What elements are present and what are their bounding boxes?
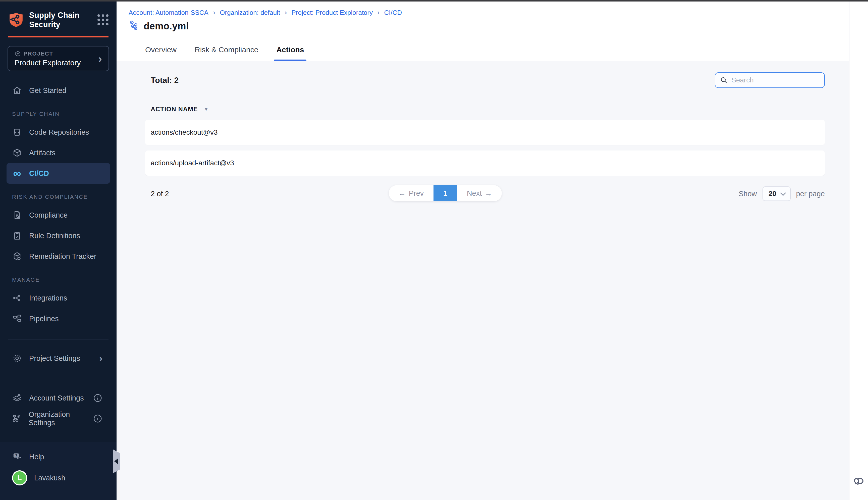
- sidebar-item-get-started[interactable]: Get Started: [7, 80, 110, 101]
- sidebar-item-pipelines[interactable]: Pipelines: [7, 308, 110, 329]
- breadcrumb-separator-icon: ›: [377, 9, 380, 16]
- main-area: Account: Automation-SSCA › Organization:…: [117, 1, 849, 500]
- tab-overview[interactable]: Overview: [145, 38, 176, 61]
- integrations-share-icon: [12, 293, 22, 303]
- sidebar-divider: [8, 339, 108, 339]
- chevron-down-icon: [780, 190, 786, 196]
- sidebar-divider: [8, 379, 108, 379]
- show-label: Show: [739, 190, 757, 198]
- page-1-button[interactable]: 1: [433, 185, 457, 201]
- info-icon[interactable]: [93, 393, 103, 403]
- sidebar-item-remediation-tracker[interactable]: Remediation Tracker: [7, 246, 110, 266]
- breadcrumb-organization-link[interactable]: Organization: default: [220, 9, 280, 16]
- sidebar-section-supply-chain: SUPPLY CHAIN: [7, 104, 110, 122]
- clipboard-check-icon: [12, 231, 22, 241]
- breadcrumb-cicd-link[interactable]: CI/CD: [384, 9, 402, 16]
- tab-actions[interactable]: Actions: [276, 38, 304, 61]
- next-page-button[interactable]: Next →: [457, 185, 502, 201]
- sidebar-item-code-repositories[interactable]: Code Repositories: [7, 122, 110, 143]
- svg-text:?: ?: [15, 454, 17, 457]
- breadcrumb-separator-icon: ›: [285, 9, 287, 16]
- org-chart-gear-icon: [12, 413, 22, 424]
- sidebar: Supply Chain Security PROJECT Product Ex…: [0, 1, 117, 500]
- sidebar-item-label: Remediation Tracker: [29, 252, 96, 261]
- project-cube-icon: [14, 50, 21, 57]
- infinity-cicd-icon: ∞: [12, 168, 22, 178]
- page-size-control: Show 20 per page: [739, 186, 825, 201]
- prev-page-button[interactable]: ← Prev: [389, 185, 433, 201]
- breadcrumb-project-link[interactable]: Project: Product Exploratory: [292, 9, 373, 16]
- sidebar-item-artifacts[interactable]: Artifacts: [7, 143, 110, 163]
- sidebar-item-cicd[interactable]: ∞ CI/CD: [7, 163, 110, 184]
- tab-bar: Overview Risk & Compliance Actions: [117, 38, 849, 61]
- sidebar-item-label: Code Repositories: [29, 128, 89, 136]
- actions-content: Total: 2 ACTION NAME ▼ actions/checkout@…: [117, 61, 849, 500]
- page-summary: 2 of 2: [145, 190, 169, 198]
- search-input[interactable]: [731, 76, 820, 84]
- left-arrow-icon: ←: [398, 189, 406, 197]
- feedback-chat-icon[interactable]: [853, 474, 866, 487]
- code-repository-icon: [12, 127, 22, 137]
- search-icon: [720, 76, 728, 84]
- chevron-right-icon: ›: [99, 353, 103, 364]
- sort-descending-icon: ▼: [204, 106, 208, 112]
- chevron-right-icon: ›: [98, 55, 102, 62]
- avatar: L: [12, 470, 27, 486]
- info-icon[interactable]: [93, 414, 103, 423]
- page-header: Account: Automation-SSCA › Organization:…: [117, 1, 849, 38]
- home-icon: [12, 86, 22, 95]
- page-title: demo.yml: [144, 21, 189, 32]
- search-box: [715, 72, 825, 88]
- artifact-cube-icon: [12, 148, 22, 158]
- sidebar-item-organization-settings[interactable]: Organization Settings: [7, 408, 110, 429]
- user-menu[interactable]: L Lavakush: [7, 467, 110, 488]
- right-side-strip: [849, 1, 868, 500]
- breadcrumb: Account: Automation-SSCA › Organization:…: [129, 9, 849, 16]
- pagination: ← Prev 1 Next →: [389, 185, 502, 201]
- sidebar-section-risk-compliance: RISK AND COMPLIANCE: [7, 187, 110, 205]
- sidebar-item-label: Compliance: [29, 211, 68, 219]
- breadcrumb-account-link[interactable]: Account: Automation-SSCA: [129, 9, 208, 16]
- app-switcher-grid-icon[interactable]: [97, 14, 108, 25]
- table-row[interactable]: actions/upload-artifact@v3: [145, 150, 825, 175]
- sidebar-item-label: Help: [29, 453, 44, 461]
- page-size-select[interactable]: 20: [763, 186, 791, 201]
- compliance-document-icon: [12, 210, 22, 220]
- sidebar-item-label: Organization Settings: [28, 410, 86, 427]
- sidebar-item-label: Project Settings: [29, 354, 80, 363]
- pipeline-file-icon: [129, 20, 140, 32]
- sidebar-item-label: CI/CD: [29, 169, 49, 178]
- remediation-box-icon: [12, 251, 22, 261]
- project-label: PROJECT: [24, 50, 53, 57]
- tab-risk-compliance[interactable]: Risk & Compliance: [195, 38, 258, 61]
- project-selector[interactable]: PROJECT Product Exploratory ›: [8, 46, 109, 71]
- sidebar-footer: ? Help L Lavakush: [0, 442, 117, 500]
- help-chat-icon: ?: [12, 452, 22, 462]
- sidebar-collapse-handle[interactable]: [113, 449, 120, 473]
- column-header-action-name[interactable]: ACTION NAME ▼: [145, 105, 825, 113]
- table-footer: 2 of 2 ← Prev 1 Next → Show 20: [145, 184, 825, 204]
- sidebar-section-manage: MANAGE: [7, 270, 110, 288]
- sidebar-item-label: Account Settings: [29, 394, 84, 402]
- sidebar-item-compliance[interactable]: Compliance: [7, 205, 110, 225]
- sidebar-item-rule-definitions[interactable]: Rule Definitions: [7, 225, 110, 246]
- sidebar-item-label: Integrations: [29, 294, 67, 302]
- sidebar-item-integrations[interactable]: Integrations: [7, 288, 110, 308]
- sidebar-item-project-settings[interactable]: Project Settings ›: [7, 348, 110, 368]
- user-name: Lavakush: [34, 474, 65, 482]
- total-count-label: Total: 2: [145, 76, 178, 85]
- app-logo-row: Supply Chain Security: [8, 11, 108, 37]
- sidebar-item-help[interactable]: ? Help: [7, 446, 110, 467]
- right-arrow-icon: →: [485, 189, 492, 197]
- pipelines-icon: [12, 314, 22, 323]
- actions-table: actions/checkout@v3 actions/upload-artif…: [145, 120, 825, 175]
- table-row[interactable]: actions/checkout@v3: [145, 120, 825, 145]
- sidebar-item-label: Rule Definitions: [29, 232, 80, 240]
- sidebar-item-account-settings[interactable]: Account Settings: [7, 388, 110, 408]
- collapse-left-arrow-icon: [114, 458, 118, 464]
- project-name: Product Exploratory: [14, 58, 98, 67]
- sidebar-item-label: Pipelines: [29, 315, 59, 323]
- supply-chain-security-logo-icon: [8, 12, 24, 28]
- sidebar-item-label: Artifacts: [29, 149, 56, 157]
- sidebar-item-label: Get Started: [29, 87, 66, 95]
